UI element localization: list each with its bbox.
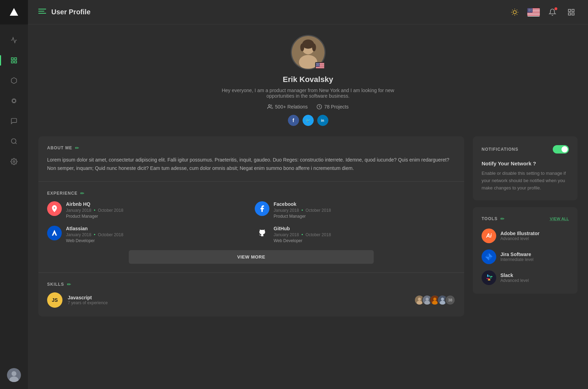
svg-marker-0 (10, 8, 18, 16)
airbnb-dates: January 2018 • October 2018 (66, 208, 123, 213)
svg-rect-48 (568, 13, 571, 15)
apps-grid[interactable] (565, 6, 578, 18)
tools-title: TOOLS (482, 216, 498, 221)
illustrator-level: Advanced level (500, 236, 539, 241)
svg-rect-5 (13, 99, 15, 102)
app-logo[interactable] (0, 0, 28, 24)
tools-edit-icon[interactable]: ✏ (500, 216, 505, 222)
social-links: f 🐦 in (38, 115, 578, 126)
skills-edit-icon[interactable]: ✏ (67, 282, 71, 287)
endorsers-count: 38 (445, 295, 455, 305)
sidebar-bottom (7, 368, 21, 389)
svg-line-19 (517, 14, 517, 14)
theme-toggle[interactable] (508, 6, 521, 18)
svg-rect-29 (527, 14, 540, 15)
svg-point-81 (418, 298, 421, 301)
atlassian-logo (47, 226, 62, 240)
facebook-logo (255, 201, 269, 216)
sidebar-item-search[interactable] (5, 133, 23, 150)
airbnb-role: Product Manager (66, 214, 123, 219)
profile-header: ★★★★★ ★★★★ ★★★★★ Erik Kovalsky Hey every… (38, 35, 578, 126)
sidebar-item-activity[interactable] (5, 31, 23, 49)
about-edit-icon[interactable]: ✏ (75, 145, 79, 151)
svg-point-91 (440, 300, 445, 305)
facebook-info: Facebook January 2018 • October 2018 Pro… (274, 201, 331, 219)
jira-name: Jira Software (500, 252, 534, 257)
notification-dot (554, 7, 557, 10)
tool-slack: Slack Advanced level (482, 270, 569, 285)
tools-title-row: TOOLS ✏ (482, 216, 505, 222)
svg-rect-47 (572, 9, 574, 11)
notifications-card: NOTIFICATIONS Notify Your Network ? Enab… (473, 136, 578, 200)
sidebar-nav (5, 24, 23, 368)
svg-rect-60 (316, 67, 325, 68)
atlassian-info: Atlassian January 2018 • October 2018 We… (66, 226, 123, 243)
linkedin-link[interactable]: in (317, 115, 328, 126)
svg-rect-2 (15, 58, 17, 60)
sidebar-item-chip[interactable] (5, 92, 23, 110)
page-content: ★★★★★ ★★★★ ★★★★★ Erik Kovalsky Hey every… (28, 24, 588, 389)
js-info: Javascript 7 years of experience (68, 295, 409, 305)
svg-point-54 (300, 44, 304, 52)
notify-network-title: Notify Your Network ? (482, 160, 569, 166)
facebook-role: Product Manager (274, 214, 331, 219)
view-more-button[interactable]: VIEW MORE (129, 250, 374, 264)
profile-stats: 500+ Relations 78 Projects (38, 104, 578, 110)
facebook-link[interactable]: f (288, 115, 299, 126)
user-avatar-small[interactable] (7, 368, 21, 382)
experience-title: EXPERIENCE (47, 191, 77, 196)
profile-bio: Hey everyone, I am a product manager fro… (221, 88, 395, 99)
illustrator-name: Adobe Illustrator (500, 231, 539, 236)
notify-description: Enable or disable this setting to manage… (482, 170, 569, 192)
page-header: User Profile (28, 0, 588, 24)
svg-point-84 (426, 298, 429, 301)
sidebar (0, 0, 28, 389)
sidebar-item-dashboard[interactable] (5, 52, 23, 69)
airbnb-logo (47, 201, 62, 216)
sidebar-item-3d[interactable] (5, 72, 23, 89)
github-role: Web Developer (274, 238, 331, 243)
sidebar-item-settings[interactable] (5, 153, 23, 170)
svg-text:★: ★ (319, 65, 320, 66)
view-all-link[interactable]: VIEW ALL (550, 217, 569, 221)
js-exp: 7 years of experience (68, 300, 409, 305)
svg-line-18 (512, 9, 513, 10)
skills-section: SKILLS ✏ JS Javascript 7 years of experi… (38, 272, 464, 316)
notifications-toggle[interactable] (553, 145, 569, 154)
svg-point-78 (268, 105, 270, 106)
about-title: ABOUT ME (47, 145, 72, 150)
svg-line-7 (15, 143, 17, 144)
svg-point-88 (432, 300, 438, 305)
notifications-header: NOTIFICATIONS (482, 145, 569, 154)
menu-icon[interactable] (38, 8, 46, 16)
sidebar-item-chat[interactable] (5, 112, 23, 130)
tools-header: TOOLS ✏ VIEW ALL (482, 216, 569, 222)
svg-point-10 (12, 371, 16, 376)
slack-logo (482, 270, 496, 285)
slack-info: Slack Advanced level (500, 272, 529, 283)
svg-line-23 (517, 9, 517, 10)
experience-section: EXPERIENCE ✏ Airbnb HQ (38, 181, 464, 272)
experience-grid: Airbnb HQ January 2018 • October 2018 Pr… (47, 201, 455, 243)
exp-facebook: Facebook January 2018 • October 2018 Pro… (255, 201, 455, 219)
svg-rect-1 (12, 58, 14, 60)
jira-info: Jira Software Intermediate level (500, 252, 534, 262)
svg-line-22 (512, 14, 513, 14)
jira-level: Intermediate level (500, 257, 534, 262)
header-actions: ★★★★★ ★★★★ ★★★★★ (508, 6, 578, 18)
notifications-title: NOTIFICATIONS (482, 147, 518, 152)
experience-edit-icon[interactable]: ✏ (80, 190, 84, 196)
language-flag[interactable]: ★★★★★ ★★★★ ★★★★★ (527, 8, 540, 16)
facebook-dates: January 2018 • October 2018 (274, 208, 331, 213)
skill-javascript: JS Javascript 7 years of experience (47, 292, 455, 308)
svg-point-82 (417, 300, 422, 305)
svg-marker-95 (485, 253, 489, 257)
airbnb-company: Airbnb HQ (66, 201, 123, 207)
github-info: GitHub January 2018 • October 2018 Web D… (274, 226, 331, 243)
about-section: ABOUT ME ✏ Lorem ipsum dolor sit amet, c… (38, 136, 464, 181)
twitter-link[interactable]: 🐦 (303, 115, 314, 126)
svg-marker-93 (485, 257, 489, 261)
notifications-bell[interactable] (546, 6, 559, 18)
atlassian-role: Web Developer (66, 238, 123, 243)
skills-header: SKILLS ✏ (47, 282, 455, 287)
